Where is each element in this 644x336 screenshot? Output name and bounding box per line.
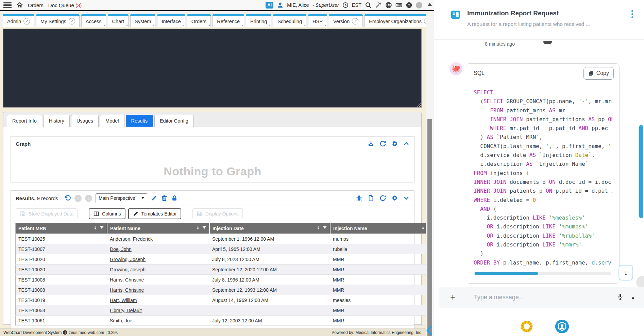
tab-history[interactable]: History bbox=[44, 115, 70, 127]
column-header-injection-date[interactable]: Injection Date bbox=[209, 223, 330, 234]
external-link-icon[interactable]: ↗ bbox=[69, 18, 75, 25]
filter-funnel-icon[interactable] bbox=[323, 226, 327, 231]
scroll-up-arrow[interactable] bbox=[428, 3, 432, 6]
patient-link[interactable]: Doe, John bbox=[110, 246, 132, 252]
breadcrumb-orders[interactable]: Orders bbox=[28, 2, 44, 8]
filter-funnel-icon[interactable] bbox=[100, 226, 104, 231]
results-settings-icon[interactable] bbox=[391, 195, 398, 202]
nav-tab-orders[interactable]: Orders bbox=[187, 14, 211, 27]
assistant-panel: Immunization Report Request A request fo… bbox=[434, 0, 644, 336]
next-perspective-button[interactable]: › bbox=[85, 195, 92, 202]
delete-perspective-icon[interactable] bbox=[161, 195, 168, 202]
hamburger-menu-icon[interactable] bbox=[3, 2, 12, 8]
column-header-patient-mrn[interactable]: Patient MRN bbox=[16, 223, 107, 234]
sql-code[interactable]: SELECT (SELECT GROUP_CONCAT(pp.name, '-'… bbox=[466, 83, 612, 269]
new-document-icon[interactable] bbox=[368, 195, 374, 202]
undo-icon[interactable] bbox=[64, 195, 71, 202]
tab-report-info[interactable]: Report Info bbox=[7, 115, 42, 127]
horizontal-scrollbar[interactable] bbox=[474, 272, 611, 275]
refresh-results-icon[interactable] bbox=[379, 195, 386, 202]
sort-icon[interactable] bbox=[316, 226, 321, 231]
home-icon[interactable] bbox=[16, 2, 23, 9]
patient-link[interactable]: Growing, Joseph bbox=[110, 267, 146, 272]
nav-tab-admin[interactable]: Admin↗ bbox=[3, 14, 34, 27]
info-icon[interactable]: i bbox=[63, 330, 67, 335]
patient-link[interactable]: Library, Default bbox=[110, 308, 142, 313]
search-icon[interactable] bbox=[365, 2, 372, 9]
host-link[interactable]: zeus.med-web.com bbox=[69, 330, 104, 335]
nav-tab-version[interactable]: Version↗ bbox=[329, 14, 363, 27]
nav-tab-my-settings[interactable]: My Settings↗ bbox=[36, 14, 80, 27]
nav-tab-system[interactable]: System bbox=[130, 14, 155, 27]
sort-icon[interactable] bbox=[93, 226, 98, 231]
scroll-to-bottom-button[interactable]: ↓ bbox=[618, 265, 633, 281]
ai-badge[interactable]: AI bbox=[266, 2, 273, 9]
patient-link[interactable]: Smith, Joe bbox=[110, 318, 132, 323]
code-editor-area[interactable] bbox=[3, 29, 422, 108]
microphone-icon[interactable] bbox=[617, 293, 624, 302]
tab-results[interactable]: Results bbox=[126, 115, 153, 127]
gold-ring-app-icon[interactable] bbox=[521, 321, 532, 332]
store-displayed-data-button[interactable]: Store Displayed Data bbox=[16, 208, 78, 219]
nav-tab-hsp[interactable]: HSP bbox=[308, 14, 327, 27]
external-link-icon[interactable]: ↗ bbox=[352, 18, 358, 25]
keyboard-icon[interactable] bbox=[395, 2, 402, 9]
collapse-icon[interactable] bbox=[403, 141, 409, 147]
download-icon[interactable] bbox=[368, 140, 374, 147]
sort-icon[interactable] bbox=[421, 226, 425, 231]
nav-tab-scheduling[interactable]: Scheduling bbox=[273, 14, 306, 27]
refresh-icon[interactable] bbox=[379, 140, 386, 147]
patient-link[interactable]: Harris, Christine bbox=[110, 287, 144, 293]
tab-usages[interactable]: Usages bbox=[71, 115, 99, 127]
external-link-icon[interactable]: ↗ bbox=[23, 18, 30, 25]
tab-editor-config[interactable]: Editor Config bbox=[154, 115, 194, 127]
expand-icon[interactable] bbox=[403, 195, 409, 201]
nav-tab-employer-organizations[interactable]: Employer Organizations↗ bbox=[365, 14, 426, 27]
lock-icon[interactable] bbox=[171, 195, 178, 202]
nav-tab-printing[interactable]: Printing bbox=[246, 14, 271, 27]
avatar-placeholder[interactable] bbox=[416, 2, 422, 9]
hscroll-thumb[interactable] bbox=[475, 272, 538, 275]
caret-down-icon bbox=[141, 197, 144, 199]
message-input[interactable] bbox=[473, 293, 617, 301]
edit-perspective-icon[interactable] bbox=[151, 195, 157, 202]
patient-link[interactable]: Anderson, Frederick bbox=[110, 236, 153, 242]
nav-tab-reference[interactable]: Reference bbox=[213, 14, 244, 27]
breadcrumb-doc-queue[interactable]: Doc Queue (3) bbox=[48, 2, 82, 8]
help-icon[interactable]: ? bbox=[406, 2, 412, 9]
results-title: Results, 9 records bbox=[16, 195, 58, 201]
tab-model[interactable]: Model bbox=[100, 115, 124, 127]
attach-plus-button[interactable]: + bbox=[450, 293, 456, 302]
display-options-button[interactable]: Display Options bbox=[192, 208, 243, 219]
columns-button[interactable]: Columns bbox=[89, 208, 125, 219]
menu-fold-icon bbox=[183, 25, 184, 26]
patient-link[interactable]: Hart, William bbox=[110, 298, 137, 303]
resize-handle[interactable] bbox=[417, 102, 421, 107]
results-button-row: Store Displayed Data Columns Templates E… bbox=[11, 206, 414, 222]
patient-link[interactable]: Harris, Christine bbox=[110, 277, 144, 283]
gear-icon[interactable] bbox=[391, 140, 398, 147]
column-header-injection-name[interactable]: Injection Name bbox=[330, 223, 435, 234]
globe-icon[interactable] bbox=[385, 2, 392, 9]
scrollbar-thumb[interactable] bbox=[427, 119, 432, 336]
kebab-menu-icon[interactable] bbox=[631, 10, 633, 18]
debug-icon[interactable] bbox=[356, 195, 362, 202]
left-scrollbar[interactable] bbox=[426, 12, 434, 336]
nav-tab-chart[interactable]: Chart bbox=[108, 14, 129, 27]
sort-icon[interactable] bbox=[196, 226, 200, 231]
wand-icon[interactable] bbox=[375, 2, 382, 9]
prev-perspective-button[interactable]: ‹ bbox=[74, 195, 82, 202]
patient-link[interactable]: Growing, Joseph bbox=[110, 257, 146, 262]
column-header-patient-name[interactable]: Patient Name bbox=[107, 223, 209, 234]
panel-scrollbar-thumb[interactable] bbox=[639, 125, 643, 218]
collapse-panel-arrow[interactable] bbox=[424, 325, 435, 336]
blue-app-icon[interactable] bbox=[555, 319, 569, 334]
copy-button[interactable]: Copy bbox=[583, 67, 614, 80]
collapse-chat-icon[interactable]: ▲ bbox=[631, 295, 635, 300]
user-name[interactable]: MIE, Alice bbox=[287, 2, 309, 8]
nav-tab-access[interactable]: Access bbox=[81, 14, 106, 27]
perspective-select[interactable]: Main Perspective bbox=[96, 193, 147, 203]
templates-editor-button[interactable]: Templates Editor bbox=[128, 208, 181, 219]
nav-tab-interface[interactable]: Interface bbox=[157, 14, 185, 27]
filter-funnel-icon[interactable] bbox=[202, 226, 206, 231]
